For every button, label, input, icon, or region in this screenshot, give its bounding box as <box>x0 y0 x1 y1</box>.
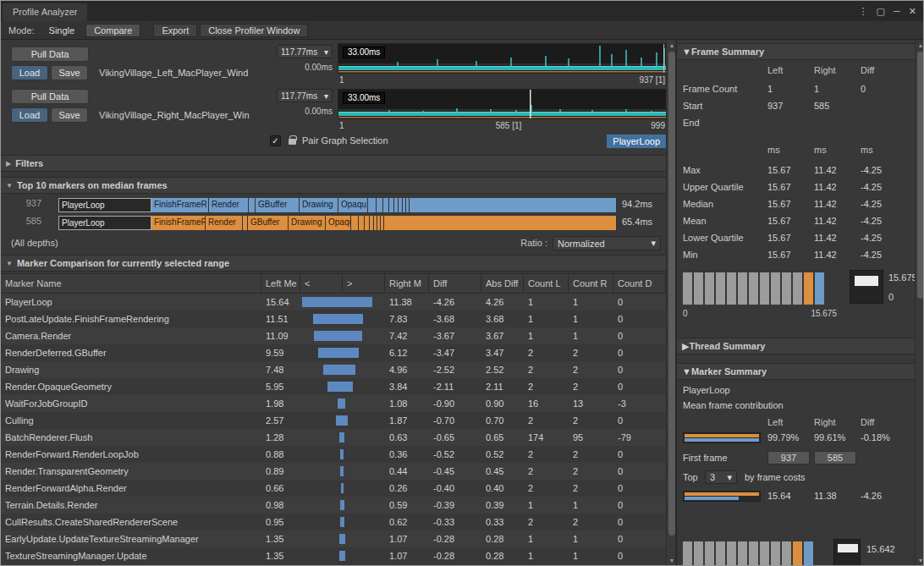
pull-data-left-button[interactable]: Pull Data <box>11 47 89 62</box>
hist-bar[interactable] <box>793 272 802 305</box>
marker-row[interactable]: Culling2.571.87-0.700.70220 <box>1 412 666 429</box>
scrollbar-thumb[interactable] <box>668 52 675 536</box>
marker-comparison-header[interactable]: ▼ Marker Comparison for currently select… <box>1 255 666 272</box>
frame-boxplot[interactable] <box>850 270 883 304</box>
top10-segment[interactable]: Render <box>206 216 243 230</box>
ratio-dropdown[interactable]: Normalized ▾ <box>553 236 661 250</box>
hist-bar[interactable] <box>716 541 725 566</box>
marker-summary-header[interactable]: ▼ Marker Summary <box>677 363 916 380</box>
top-n-dropdown[interactable]: 3 ▾ <box>705 470 737 484</box>
hist-bar[interactable] <box>749 541 758 566</box>
maximize-icon[interactable]: ▢ <box>877 6 885 17</box>
marker-row[interactable]: RenderForward.RenderLoopJob0.880.36-0.52… <box>1 446 666 463</box>
hist-bar[interactable] <box>716 272 725 305</box>
marker-row[interactable]: Camera.Render11.097.42-3.673.67110 <box>1 327 666 344</box>
hist-bar[interactable] <box>760 541 769 566</box>
top10-segment[interactable]: GBuffer <box>256 198 300 212</box>
marker-boxplot[interactable] <box>833 539 861 566</box>
hist-bar[interactable] <box>694 541 703 566</box>
top10-section-header[interactable]: ▼ Top 10 markers on median frames <box>1 177 666 194</box>
top10-segment[interactable] <box>359 216 365 230</box>
save-left-button[interactable]: Save <box>51 65 88 80</box>
menu-icon[interactable]: ⋮ <box>859 6 868 17</box>
right-scale-dropdown[interactable]: 117.77ms ▾ <box>277 89 333 102</box>
frame-summary-header[interactable]: ▼ Frame Summary <box>677 43 916 60</box>
marker-row[interactable]: Render.OpaqueGeometry5.953.84-2.112.1122… <box>1 378 666 395</box>
hist-bar-right[interactable] <box>815 272 824 305</box>
top10-segment[interactable]: Drawing <box>289 216 326 230</box>
column-abs-diff[interactable]: Abs Diff <box>481 274 524 293</box>
pair-graph-selection-checkbox[interactable]: ✓ <box>270 135 281 146</box>
column-left-bar[interactable]: < <box>300 274 343 293</box>
hist-bar[interactable] <box>771 541 780 566</box>
hist-bar-right[interactable] <box>804 541 813 566</box>
hist-bar[interactable] <box>738 541 747 566</box>
marker-row[interactable]: BatchRenderer.Flush1.280.63-0.650.651749… <box>1 429 666 446</box>
hist-bar-left[interactable] <box>793 541 802 566</box>
marker-row[interactable]: TextureStreamingManager.Update1.351.07-0… <box>1 547 666 564</box>
export-button[interactable]: Export <box>153 24 197 37</box>
column-right-bar[interactable]: > <box>343 274 385 293</box>
frame-histogram-bars[interactable] <box>683 272 824 305</box>
marker-row[interactable]: Drawing7.484.96-2.522.52220 <box>1 361 666 378</box>
top10-segment[interactable]: GBuffer <box>248 216 289 230</box>
top10-segment[interactable] <box>249 198 256 212</box>
marker-row[interactable]: PostLateUpdate.FinishFrameRendering11.51… <box>1 310 666 327</box>
column-right-ms[interactable]: Right M <box>385 274 429 293</box>
marker-row[interactable]: EarlyUpdate.UpdateTextureStreamingManage… <box>1 530 666 547</box>
hist-bar[interactable] <box>749 272 758 305</box>
right-scrollbar[interactable]: ▲ ▼ <box>915 40 924 566</box>
top10-segment[interactable]: FinishFrameR <box>151 216 206 230</box>
marker-row[interactable]: Render.TransparentGeometry0.890.44-0.450… <box>1 463 666 480</box>
column-count-right[interactable]: Count R <box>569 274 613 293</box>
marker-histogram-bars[interactable] <box>683 541 813 566</box>
top10-segment[interactable] <box>368 198 377 212</box>
first-frame-right-button[interactable]: 585 <box>814 451 856 464</box>
hist-bar[interactable] <box>727 541 736 566</box>
hist-bar-left[interactable] <box>804 272 813 305</box>
hist-bar[interactable] <box>727 272 736 305</box>
column-count-delta[interactable]: Count D <box>613 274 666 293</box>
hist-bar[interactable] <box>760 272 769 305</box>
top10-segment[interactable]: Drawing <box>300 198 338 212</box>
top10-segment[interactable]: Render <box>209 198 249 212</box>
load-left-button[interactable]: Load <box>11 65 48 80</box>
minimize-icon[interactable]: ─ <box>894 6 900 16</box>
close-icon[interactable]: ✕ <box>909 6 916 17</box>
hist-bar[interactable] <box>782 272 791 305</box>
close-profiler-window-button[interactable]: Close Profiler Window <box>200 24 308 37</box>
hist-bar[interactable] <box>694 272 703 305</box>
mode-single-button[interactable]: Single <box>41 24 84 37</box>
column-count-left[interactable]: Count L <box>524 274 569 293</box>
right-frame-graph[interactable]: 33.00ms <box>338 89 667 119</box>
pull-data-right-button[interactable]: Pull Data <box>11 89 89 104</box>
marker-row[interactable]: RenderForwardAlpha.Render0.660.26-0.400.… <box>1 480 666 497</box>
marker-row[interactable]: WaitForJobGroupID1.981.08-0.900.901613-3 <box>1 395 666 412</box>
scrollbar-thumb[interactable] <box>917 52 924 299</box>
hist-bar[interactable] <box>705 541 714 566</box>
hist-bar[interactable] <box>705 272 714 305</box>
filters-section-header[interactable]: ▶ Filters <box>1 155 666 172</box>
scroll-up-icon[interactable]: ▲ <box>916 41 924 51</box>
hist-bar[interactable] <box>771 272 780 305</box>
column-diff[interactable]: Diff <box>429 274 481 293</box>
save-right-button[interactable]: Save <box>51 107 88 123</box>
marker-row[interactable]: PlayerLoop15.6411.38-4.264.26110 <box>1 294 666 310</box>
top10-segment[interactable] <box>351 216 359 230</box>
left-scale-dropdown[interactable]: 117.77ms ▾ <box>277 45 333 58</box>
top10-segment[interactable] <box>384 216 617 230</box>
selected-marker-chip[interactable]: PlayerLoop <box>607 135 666 148</box>
left-frame-graph[interactable]: 33.00ms <box>338 43 667 74</box>
lock-icon[interactable] <box>289 139 296 145</box>
top10-segment[interactable] <box>377 198 383 212</box>
column-left-ms[interactable]: Left Me <box>261 274 300 293</box>
top10-segment[interactable]: Opaqu <box>326 216 351 230</box>
marker-row[interactable]: RenderDeferred.GBuffer9.596.12-3.473.472… <box>1 344 666 361</box>
tab-profile-analyzer[interactable]: Profile Analyzer <box>3 3 87 21</box>
top10-segment[interactable]: Opaqu <box>338 198 368 212</box>
first-frame-left-button[interactable]: 937 <box>767 451 810 464</box>
top10-segment[interactable] <box>410 198 617 212</box>
load-right-button[interactable]: Load <box>11 107 48 123</box>
marker-row[interactable]: CullResults.CreateSharedRendererScene0.9… <box>1 514 666 530</box>
top10-segment-selected[interactable]: PlayerLoop <box>58 198 151 212</box>
